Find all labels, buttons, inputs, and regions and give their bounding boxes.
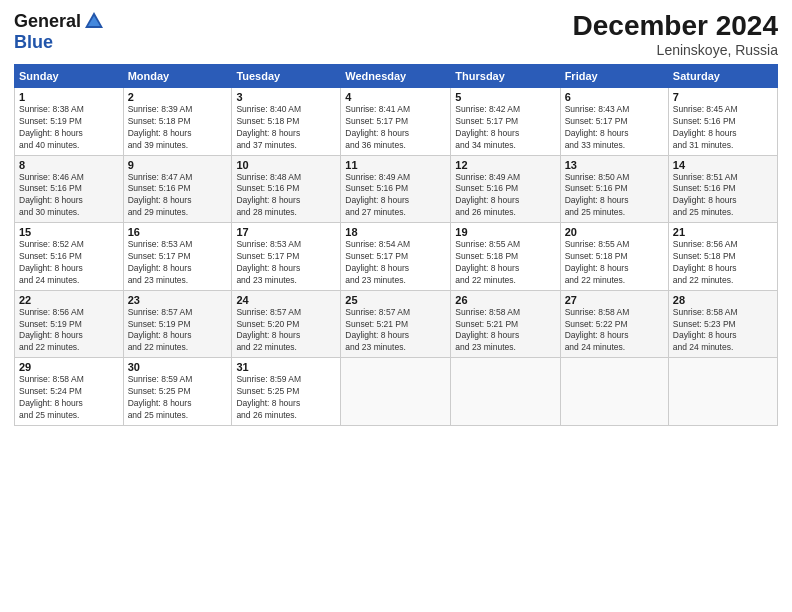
day-number: 20 bbox=[565, 226, 664, 238]
calendar-cell: 24Sunrise: 8:57 AMSunset: 5:20 PMDayligh… bbox=[232, 290, 341, 358]
calendar-title: December 2024 bbox=[573, 10, 778, 42]
day-number: 9 bbox=[128, 159, 228, 171]
day-number: 6 bbox=[565, 91, 664, 103]
calendar-cell: 30Sunrise: 8:59 AMSunset: 5:25 PMDayligh… bbox=[123, 358, 232, 426]
calendar-week-4: 22Sunrise: 8:56 AMSunset: 5:19 PMDayligh… bbox=[15, 290, 778, 358]
day-number: 17 bbox=[236, 226, 336, 238]
day-number: 27 bbox=[565, 294, 664, 306]
calendar-cell: 22Sunrise: 8:56 AMSunset: 5:19 PMDayligh… bbox=[15, 290, 124, 358]
col-tuesday: Tuesday bbox=[232, 65, 341, 88]
day-number: 31 bbox=[236, 361, 336, 373]
day-info: Sunrise: 8:49 AMSunset: 5:16 PMDaylight:… bbox=[345, 172, 446, 220]
day-number: 15 bbox=[19, 226, 119, 238]
calendar-cell: 9Sunrise: 8:47 AMSunset: 5:16 PMDaylight… bbox=[123, 155, 232, 223]
calendar-cell: 23Sunrise: 8:57 AMSunset: 5:19 PMDayligh… bbox=[123, 290, 232, 358]
calendar-cell: 2Sunrise: 8:39 AMSunset: 5:18 PMDaylight… bbox=[123, 88, 232, 156]
day-info: Sunrise: 8:53 AMSunset: 5:17 PMDaylight:… bbox=[128, 239, 228, 287]
calendar-cell: 4Sunrise: 8:41 AMSunset: 5:17 PMDaylight… bbox=[341, 88, 451, 156]
calendar-cell: 27Sunrise: 8:58 AMSunset: 5:22 PMDayligh… bbox=[560, 290, 668, 358]
calendar-cell: 1Sunrise: 8:38 AMSunset: 5:19 PMDaylight… bbox=[15, 88, 124, 156]
day-number: 23 bbox=[128, 294, 228, 306]
day-number: 12 bbox=[455, 159, 555, 171]
col-saturday: Saturday bbox=[668, 65, 777, 88]
day-number: 19 bbox=[455, 226, 555, 238]
day-number: 26 bbox=[455, 294, 555, 306]
day-info: Sunrise: 8:52 AMSunset: 5:16 PMDaylight:… bbox=[19, 239, 119, 287]
calendar-cell: 12Sunrise: 8:49 AMSunset: 5:16 PMDayligh… bbox=[451, 155, 560, 223]
day-number: 7 bbox=[673, 91, 773, 103]
calendar-cell: 20Sunrise: 8:55 AMSunset: 5:18 PMDayligh… bbox=[560, 223, 668, 291]
calendar-cell: 8Sunrise: 8:46 AMSunset: 5:16 PMDaylight… bbox=[15, 155, 124, 223]
day-info: Sunrise: 8:58 AMSunset: 5:23 PMDaylight:… bbox=[673, 307, 773, 355]
calendar-cell: 11Sunrise: 8:49 AMSunset: 5:16 PMDayligh… bbox=[341, 155, 451, 223]
day-info: Sunrise: 8:55 AMSunset: 5:18 PMDaylight:… bbox=[565, 239, 664, 287]
day-number: 21 bbox=[673, 226, 773, 238]
day-number: 10 bbox=[236, 159, 336, 171]
day-number: 13 bbox=[565, 159, 664, 171]
day-number: 3 bbox=[236, 91, 336, 103]
calendar-header-row: Sunday Monday Tuesday Wednesday Thursday… bbox=[15, 65, 778, 88]
day-info: Sunrise: 8:46 AMSunset: 5:16 PMDaylight:… bbox=[19, 172, 119, 220]
calendar-cell bbox=[668, 358, 777, 426]
calendar-cell bbox=[341, 358, 451, 426]
col-sunday: Sunday bbox=[15, 65, 124, 88]
day-number: 22 bbox=[19, 294, 119, 306]
calendar-cell bbox=[560, 358, 668, 426]
calendar-location: Leninskoye, Russia bbox=[573, 42, 778, 58]
day-number: 16 bbox=[128, 226, 228, 238]
day-number: 25 bbox=[345, 294, 446, 306]
calendar-cell: 14Sunrise: 8:51 AMSunset: 5:16 PMDayligh… bbox=[668, 155, 777, 223]
logo-general-text: General bbox=[14, 11, 81, 32]
day-info: Sunrise: 8:41 AMSunset: 5:17 PMDaylight:… bbox=[345, 104, 446, 152]
day-info: Sunrise: 8:49 AMSunset: 5:16 PMDaylight:… bbox=[455, 172, 555, 220]
logo-icon bbox=[83, 10, 105, 32]
main-container: General Blue December 2024 Leninskoye, R… bbox=[0, 0, 792, 432]
day-info: Sunrise: 8:43 AMSunset: 5:17 PMDaylight:… bbox=[565, 104, 664, 152]
calendar-cell: 3Sunrise: 8:40 AMSunset: 5:18 PMDaylight… bbox=[232, 88, 341, 156]
col-wednesday: Wednesday bbox=[341, 65, 451, 88]
calendar-table: Sunday Monday Tuesday Wednesday Thursday… bbox=[14, 64, 778, 426]
day-number: 30 bbox=[128, 361, 228, 373]
day-info: Sunrise: 8:56 AMSunset: 5:18 PMDaylight:… bbox=[673, 239, 773, 287]
calendar-week-5: 29Sunrise: 8:58 AMSunset: 5:24 PMDayligh… bbox=[15, 358, 778, 426]
calendar-cell: 5Sunrise: 8:42 AMSunset: 5:17 PMDaylight… bbox=[451, 88, 560, 156]
day-info: Sunrise: 8:58 AMSunset: 5:24 PMDaylight:… bbox=[19, 374, 119, 422]
calendar-cell: 16Sunrise: 8:53 AMSunset: 5:17 PMDayligh… bbox=[123, 223, 232, 291]
day-info: Sunrise: 8:54 AMSunset: 5:17 PMDaylight:… bbox=[345, 239, 446, 287]
day-info: Sunrise: 8:39 AMSunset: 5:18 PMDaylight:… bbox=[128, 104, 228, 152]
col-thursday: Thursday bbox=[451, 65, 560, 88]
calendar-week-1: 1Sunrise: 8:38 AMSunset: 5:19 PMDaylight… bbox=[15, 88, 778, 156]
calendar-cell: 6Sunrise: 8:43 AMSunset: 5:17 PMDaylight… bbox=[560, 88, 668, 156]
day-info: Sunrise: 8:53 AMSunset: 5:17 PMDaylight:… bbox=[236, 239, 336, 287]
day-info: Sunrise: 8:58 AMSunset: 5:21 PMDaylight:… bbox=[455, 307, 555, 355]
calendar-cell: 13Sunrise: 8:50 AMSunset: 5:16 PMDayligh… bbox=[560, 155, 668, 223]
calendar-cell: 25Sunrise: 8:57 AMSunset: 5:21 PMDayligh… bbox=[341, 290, 451, 358]
day-number: 29 bbox=[19, 361, 119, 373]
day-number: 5 bbox=[455, 91, 555, 103]
day-info: Sunrise: 8:47 AMSunset: 5:16 PMDaylight:… bbox=[128, 172, 228, 220]
calendar-cell: 28Sunrise: 8:58 AMSunset: 5:23 PMDayligh… bbox=[668, 290, 777, 358]
day-info: Sunrise: 8:59 AMSunset: 5:25 PMDaylight:… bbox=[128, 374, 228, 422]
calendar-cell: 10Sunrise: 8:48 AMSunset: 5:16 PMDayligh… bbox=[232, 155, 341, 223]
day-info: Sunrise: 8:45 AMSunset: 5:16 PMDaylight:… bbox=[673, 104, 773, 152]
day-info: Sunrise: 8:48 AMSunset: 5:16 PMDaylight:… bbox=[236, 172, 336, 220]
day-number: 4 bbox=[345, 91, 446, 103]
calendar-cell: 17Sunrise: 8:53 AMSunset: 5:17 PMDayligh… bbox=[232, 223, 341, 291]
day-number: 18 bbox=[345, 226, 446, 238]
calendar-cell: 18Sunrise: 8:54 AMSunset: 5:17 PMDayligh… bbox=[341, 223, 451, 291]
calendar-cell: 7Sunrise: 8:45 AMSunset: 5:16 PMDaylight… bbox=[668, 88, 777, 156]
day-info: Sunrise: 8:42 AMSunset: 5:17 PMDaylight:… bbox=[455, 104, 555, 152]
day-info: Sunrise: 8:59 AMSunset: 5:25 PMDaylight:… bbox=[236, 374, 336, 422]
day-info: Sunrise: 8:50 AMSunset: 5:16 PMDaylight:… bbox=[565, 172, 664, 220]
day-number: 24 bbox=[236, 294, 336, 306]
title-block: December 2024 Leninskoye, Russia bbox=[573, 10, 778, 58]
logo: General Blue bbox=[14, 10, 105, 53]
day-info: Sunrise: 8:57 AMSunset: 5:21 PMDaylight:… bbox=[345, 307, 446, 355]
day-info: Sunrise: 8:55 AMSunset: 5:18 PMDaylight:… bbox=[455, 239, 555, 287]
day-info: Sunrise: 8:58 AMSunset: 5:22 PMDaylight:… bbox=[565, 307, 664, 355]
day-info: Sunrise: 8:38 AMSunset: 5:19 PMDaylight:… bbox=[19, 104, 119, 152]
calendar-week-2: 8Sunrise: 8:46 AMSunset: 5:16 PMDaylight… bbox=[15, 155, 778, 223]
day-info: Sunrise: 8:57 AMSunset: 5:19 PMDaylight:… bbox=[128, 307, 228, 355]
day-number: 1 bbox=[19, 91, 119, 103]
col-monday: Monday bbox=[123, 65, 232, 88]
